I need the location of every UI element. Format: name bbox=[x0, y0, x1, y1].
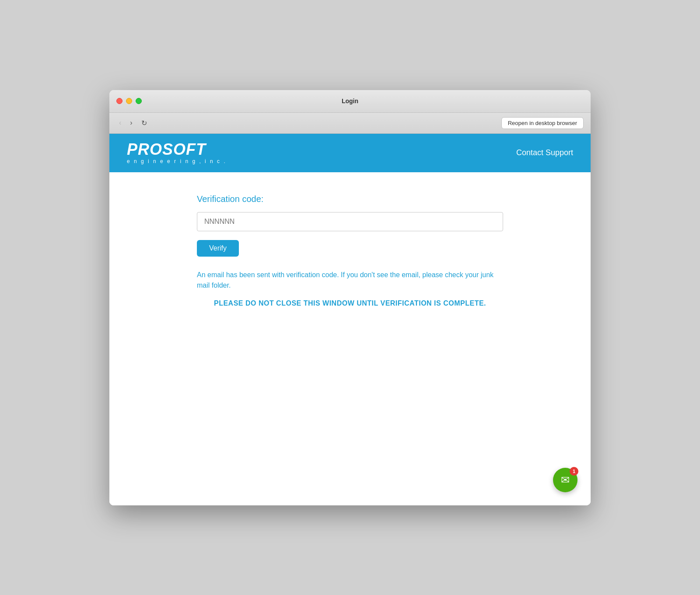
reload-button[interactable]: ↻ bbox=[139, 117, 150, 129]
app-header: PROSOFT e n g i n e e r i n g , i n c . … bbox=[109, 134, 591, 172]
minimize-button[interactable] bbox=[126, 98, 132, 104]
fullscreen-button[interactable] bbox=[136, 98, 142, 104]
chat-icon: ✉ bbox=[561, 474, 570, 486]
chat-bubble-button[interactable]: ✉ 1 bbox=[553, 468, 578, 492]
reopen-desktop-button[interactable]: Reopen in desktop browser bbox=[501, 117, 584, 129]
logo-prosoft: PROSOFT bbox=[127, 142, 227, 157]
back-button[interactable]: ‹ bbox=[116, 117, 124, 129]
contact-support-link[interactable]: Contact Support bbox=[516, 148, 573, 157]
warning-message: PLEASE DO NOT CLOSE THIS WINDOW UNTIL VE… bbox=[197, 299, 503, 307]
verification-label: Verification code: bbox=[197, 194, 503, 204]
window-title: Login bbox=[342, 97, 358, 104]
browser-window: Login ‹ › ↻ Reopen in desktop browser PR… bbox=[109, 90, 591, 505]
close-button[interactable] bbox=[116, 98, 122, 104]
info-message: An email has been sent with verification… bbox=[197, 270, 503, 291]
chat-badge: 1 bbox=[570, 467, 578, 476]
back-icon: ‹ bbox=[119, 119, 121, 127]
logo-subtitle: e n g i n e e r i n g , i n c . bbox=[127, 158, 227, 164]
browser-toolbar: ‹ › ↻ Reopen in desktop browser bbox=[109, 113, 591, 134]
page-content: PROSOFT e n g i n e e r i n g , i n c . … bbox=[109, 134, 591, 505]
traffic-lights bbox=[116, 98, 142, 104]
verification-code-input[interactable] bbox=[197, 212, 503, 231]
forward-icon: › bbox=[130, 119, 132, 127]
verification-form: Verification code: Verify An email has b… bbox=[197, 194, 503, 307]
forward-button[interactable]: › bbox=[127, 117, 135, 129]
verify-button[interactable]: Verify bbox=[197, 240, 239, 257]
reload-icon: ↻ bbox=[141, 119, 147, 127]
title-bar: Login bbox=[109, 90, 591, 113]
logo-container: PROSOFT e n g i n e e r i n g , i n c . bbox=[127, 142, 227, 164]
main-body: Verification code: Verify An email has b… bbox=[109, 172, 591, 505]
